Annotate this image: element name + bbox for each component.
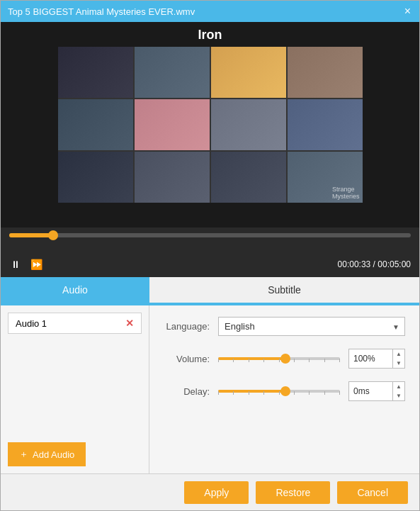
close-button[interactable]: × <box>403 6 412 17</box>
progress-bar[interactable] <box>9 233 411 237</box>
video-cell <box>288 47 363 98</box>
video-thumbnail: StrangeMysteries <box>58 47 363 203</box>
volume-row: Volume: <box>164 349 405 369</box>
audio-settings-panel: Language: English French Spanish German … <box>149 305 419 473</box>
language-row: Language: English French Spanish German … <box>164 317 405 336</box>
delay-up-arrow[interactable]: ▲ <box>393 382 404 391</box>
apply-button[interactable]: Apply <box>184 481 249 504</box>
time-total: 00:05:00 <box>378 259 411 269</box>
time-current: 00:00:33 <box>338 259 371 269</box>
tab-subtitle[interactable]: Subtitle <box>149 277 419 304</box>
video-cell: StrangeMysteries <box>288 152 363 203</box>
tick <box>339 391 340 395</box>
video-cell <box>211 152 286 203</box>
cancel-button[interactable]: Cancel <box>337 481 408 504</box>
time-separator: / <box>370 259 378 269</box>
video-cell <box>211 99 286 150</box>
volume-down-arrow[interactable]: ▼ <box>393 359 404 368</box>
pause-button[interactable]: ⏸ <box>9 257 22 271</box>
video-area: Iron StrangeMysteries <box>1 22 419 228</box>
time-display: 00:00:33 / 00:05:00 <box>338 259 411 269</box>
video-cell <box>211 47 286 98</box>
volume-ticks <box>218 359 340 362</box>
volume-slider-container <box>218 352 340 366</box>
delay-slider-container <box>218 384 340 398</box>
add-audio-label: Add Audio <box>33 449 74 460</box>
footer: Apply Restore Cancel <box>1 473 419 510</box>
audio-item: Audio 1 ✕ <box>8 313 142 334</box>
volume-up-arrow[interactable]: ▲ <box>393 349 404 359</box>
video-cell <box>135 99 210 150</box>
tick <box>324 359 325 362</box>
language-select-container: English French Spanish German Japanese C… <box>218 317 405 336</box>
delay-input-box: 0ms ▲ ▼ <box>348 381 405 401</box>
delay-ticks <box>218 391 340 395</box>
main-window: Top 5 BIGGEST Animal Mysteries EVER.wmv … <box>0 0 420 511</box>
tick <box>294 359 295 362</box>
window-title: Top 5 BIGGEST Animal Mysteries EVER.wmv <box>8 6 195 17</box>
tick <box>249 359 249 362</box>
tick <box>233 391 234 395</box>
controls-bar: ⏸ ⏩ 00:00:33 / 00:05:00 <box>1 228 419 277</box>
left-controls: ⏸ ⏩ <box>9 257 44 271</box>
delay-down-arrow[interactable]: ▼ <box>393 391 404 400</box>
audio-list-panel: Audio 1 ✕ ＋ Add Audio <box>1 305 149 473</box>
video-cell <box>58 99 133 150</box>
tabs-panel: Audio Subtitle Audio 1 ✕ ＋ Add Audio Lan… <box>1 277 419 473</box>
language-select[interactable]: English French Spanish German Japanese C… <box>218 317 405 336</box>
tick <box>279 391 280 395</box>
delay-row: Delay: <box>164 381 405 401</box>
volume-value: 100% <box>349 354 392 364</box>
video-cell <box>58 152 133 203</box>
title-bar: Top 5 BIGGEST Animal Mysteries EVER.wmv … <box>1 1 419 22</box>
tabs-content: Audio 1 ✕ ＋ Add Audio Language: English … <box>1 305 419 473</box>
restore-button[interactable]: Restore <box>256 481 330 504</box>
tick <box>218 391 219 395</box>
delay-label: Delay: <box>164 386 210 397</box>
progress-thumb[interactable] <box>48 230 58 240</box>
tabs-header: Audio Subtitle <box>1 277 419 305</box>
audio-remove-button[interactable]: ✕ <box>125 318 134 329</box>
tick <box>324 391 325 395</box>
volume-arrows: ▲ ▼ <box>392 349 404 368</box>
volume-label: Volume: <box>164 354 210 364</box>
tick <box>294 391 295 395</box>
tick <box>309 359 310 362</box>
playback-controls: ⏸ ⏩ 00:00:33 / 00:05:00 <box>9 257 411 271</box>
video-cell <box>135 47 210 98</box>
audio-item-label: Audio 1 <box>16 318 47 329</box>
watermark: StrangeMysteries <box>332 186 360 200</box>
tick <box>218 359 219 362</box>
delay-arrows: ▲ ▼ <box>392 382 404 400</box>
volume-input-box: 100% ▲ ▼ <box>348 349 405 369</box>
language-label: Language: <box>164 321 210 332</box>
video-cell <box>58 47 133 98</box>
tick <box>263 391 264 395</box>
tab-audio[interactable]: Audio <box>1 277 149 304</box>
fast-forward-button[interactable]: ⏩ <box>29 257 44 271</box>
tick <box>249 391 249 395</box>
tick <box>279 359 280 362</box>
add-icon: ＋ <box>19 448 28 461</box>
video-title: Iron <box>1 22 419 47</box>
video-cell <box>135 152 210 203</box>
tick <box>309 391 310 395</box>
tick <box>263 359 264 362</box>
delay-value: 0ms <box>349 386 392 396</box>
video-grid: StrangeMysteries <box>58 47 363 203</box>
tick <box>339 359 340 362</box>
progress-fill <box>9 233 53 237</box>
video-cell <box>288 99 363 150</box>
add-audio-button[interactable]: ＋ Add Audio <box>8 442 86 466</box>
tick <box>233 359 234 362</box>
